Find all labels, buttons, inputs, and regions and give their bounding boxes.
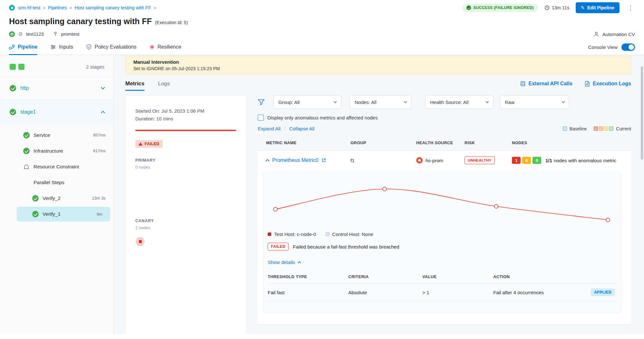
warning-count-chip: 0 [522, 157, 531, 164]
baseline-legend-swatch [563, 127, 567, 131]
step-details-panel: Manual Intervention Set to IGNORE on 05-… [114, 55, 644, 334]
step-duration: 617ms [93, 148, 106, 153]
step-row-infrastructure[interactable]: Infrastructure 617ms [0, 143, 113, 159]
elapsed-time: 13m 11s [544, 5, 570, 10]
control-host-label: Control Host: None [332, 231, 373, 237]
anomalous-checkbox-label: Display only anomalous metrics and affec… [267, 115, 378, 120]
success-check-icon [23, 132, 30, 138]
step-duration: 9m [97, 212, 102, 217]
expand-all-link[interactable]: Expand All [258, 126, 281, 131]
step-row-service[interactable]: Service 857ms [0, 127, 113, 143]
applied-badge: APPLIED [591, 288, 615, 296]
col-nodes: NODES [512, 140, 631, 145]
failed-badge: FAILED [268, 243, 289, 250]
test-host-swatch [268, 232, 271, 236]
metric-detail-card: Test Host: c-node-0 Control Host: None F… [263, 172, 621, 313]
metric-chart [268, 179, 617, 228]
stage-label: http [20, 85, 29, 91]
group-filter-select[interactable]: Group: All [274, 95, 341, 109]
tab-metrics[interactable]: Metrics [125, 80, 145, 87]
col-metric-name: METRIC NAME [266, 140, 351, 145]
nodes-filter-select[interactable]: Nodes: All [350, 95, 411, 109]
stage-row-http[interactable]: http [0, 77, 113, 99]
col-risk: RISK [465, 140, 512, 145]
canary-label: CANARY [135, 219, 236, 223]
external-link-icon[interactable] [322, 158, 326, 163]
step-row-verify-2[interactable]: Verify_2 13m 3s [0, 190, 113, 206]
triggered-by-user: Automation CV [593, 31, 635, 37]
success-check-icon [10, 85, 16, 91]
control-host-legend: Control Host: None [326, 231, 373, 237]
tab-logs[interactable]: Logs [158, 80, 170, 87]
control-host-swatch [326, 232, 329, 236]
step-duration: 857ms [93, 133, 106, 137]
filter-funnel-icon[interactable] [258, 99, 265, 105]
breadcrumb-pipelines[interactable]: Pipelines [48, 5, 74, 10]
step-row-parallel-steps[interactable]: Parallel Steps [0, 174, 113, 190]
vertical-scrollbar[interactable] [641, 66, 643, 160]
primary-label: PRIMARY [135, 158, 236, 163]
step-label: Verify_1 [43, 211, 61, 217]
primary-node-count: 0 nodes [135, 165, 236, 170]
tab-policy-evaluations[interactable]: Policy Evaluations [86, 44, 137, 55]
current-legend-swatches [594, 127, 613, 131]
duration: Duration: 10 mins [135, 115, 236, 123]
inputs-icon [50, 44, 56, 50]
healthy-count-chip: 0 [533, 157, 541, 164]
nodes-filter-value: Nodes: All [355, 99, 377, 105]
console-view-label: Console View [588, 44, 618, 50]
breadcrumb-project[interactable]: srm-hf-test [18, 5, 48, 10]
health-source-filter-select[interactable]: Health Source: All [425, 95, 493, 109]
chevron-down-icon[interactable] [101, 85, 105, 89]
metric-row[interactable]: Prometheus Metric0 f1 hs-prom UNHEALTHY [258, 151, 631, 170]
show-details-link[interactable]: Show details [268, 259, 301, 265]
edit-pipeline-label: Edit Pipeline [587, 5, 614, 10]
view-mode-select[interactable]: Raw [500, 95, 569, 109]
risk-badge: UNHEALTHY [465, 156, 495, 164]
action-value: Fail after 4 occurrences [493, 290, 544, 295]
canary-node-hexagon[interactable] [135, 237, 145, 246]
nodes-summary: 1/1nodes with anomalous metric [545, 158, 616, 163]
chevron-up-icon[interactable] [101, 111, 105, 115]
tab-resilience[interactable]: Resilience [149, 44, 181, 55]
edit-pipeline-button[interactable]: Edit Pipeline [576, 2, 620, 13]
node-counts: 1 0 0 1/1nodes with anomalous metric [512, 157, 631, 164]
external-api-calls-link[interactable]: External API Calls [520, 81, 572, 87]
breadcrumb: srm-hf-test Pipelines Host sampling cana… [18, 5, 159, 10]
baseline-legend-label: Baseline [570, 126, 587, 131]
chevron-up-icon [298, 261, 301, 265]
criteria-value: Absolute [348, 290, 422, 295]
shield-check-icon [86, 44, 92, 50]
tab-pipeline-label: Pipeline [18, 44, 37, 50]
step-row-verify-1-selected[interactable]: Verify_1 9m [17, 207, 110, 221]
collapse-all-link[interactable]: Collapse All [289, 126, 314, 131]
anomalous-checkbox[interactable] [258, 115, 264, 121]
breadcrumb-pipeline-name[interactable]: Host sampling canary testing with FF [74, 5, 159, 10]
health-source-filter-value: Health Source: All [430, 99, 468, 105]
stage-row-stage1[interactable]: stage1 [0, 99, 113, 125]
stage-sidebar: 2 stages http stage1 Service 857ms [0, 55, 114, 334]
tab-inputs[interactable]: Inputs [50, 44, 73, 55]
col-group: GROUP [351, 140, 416, 145]
execution-logs-link[interactable]: Execution Logs [585, 81, 631, 87]
stage-status-square-icon [10, 64, 16, 70]
gear-icon [18, 32, 23, 37]
kebab-menu-icon[interactable] [626, 4, 635, 12]
tab-pipeline[interactable]: Pipeline [9, 44, 37, 55]
banner-title: Manual Intervention [133, 59, 623, 65]
action-cell: Fail after 4 occurrences APPLIED [493, 288, 617, 296]
success-check-icon [10, 109, 16, 115]
step-row-resource-constraint[interactable]: Resource Constraint [0, 159, 113, 174]
risk-green-swatch [609, 127, 613, 131]
verification-summary-panel: Started On: Jul 5, 2023 1:06 PM Duration… [125, 95, 246, 334]
threshold-table-row: Fail fast Absolute > 1 Fail after 4 occu… [268, 284, 617, 301]
metric-name-link[interactable]: Prometheus Metric0 [272, 157, 318, 163]
test-host-label: Test Host: c-node-0 [274, 231, 316, 237]
external-api-calls-label: External API Calls [529, 81, 572, 87]
chevron-down-icon [334, 100, 337, 103]
collapse-chevron-icon[interactable] [265, 159, 270, 163]
clock-icon [544, 5, 550, 10]
risk-orange-swatch [599, 127, 603, 131]
tags-row: test1123 promtest Automation CV [9, 31, 635, 38]
console-view-toggle[interactable] [621, 43, 635, 51]
